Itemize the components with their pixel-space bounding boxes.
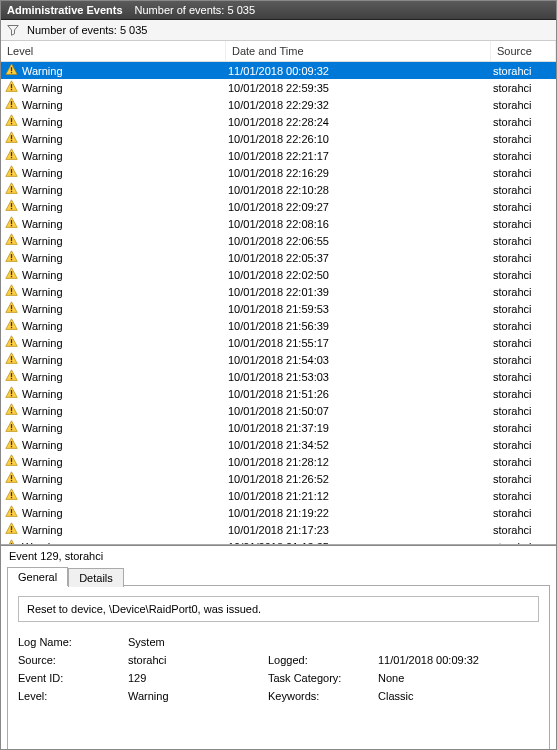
- warning-icon: [5, 318, 18, 333]
- event-row[interactable]: Warning10/01/2018 21:59:53storahci: [1, 300, 556, 317]
- cell-date: 10/01/2018 22:29:32: [228, 99, 493, 111]
- event-row[interactable]: Warning10/01/2018 21:54:03storahci: [1, 351, 556, 368]
- grid-header: Level Date and Time Source: [1, 41, 556, 62]
- event-row[interactable]: Warning10/01/2018 21:19:22storahci: [1, 504, 556, 521]
- column-header-date[interactable]: Date and Time: [226, 41, 491, 61]
- cell-level-text: Warning: [22, 133, 63, 145]
- cell-level-text: Warning: [22, 99, 63, 111]
- event-row[interactable]: Warning10/01/2018 22:16:29storahci: [1, 164, 556, 181]
- cell-source: storahci: [493, 490, 554, 502]
- event-row[interactable]: Warning10/01/2018 21:53:03storahci: [1, 368, 556, 385]
- event-row[interactable]: Warning10/01/2018 22:06:55storahci: [1, 232, 556, 249]
- event-row[interactable]: Warning10/01/2018 22:29:32storahci: [1, 96, 556, 113]
- value-log-name: System: [128, 636, 268, 648]
- cell-date: 10/01/2018 21:54:03: [228, 354, 493, 366]
- svg-rect-53: [11, 514, 12, 515]
- event-row[interactable]: Warning10/01/2018 21:17:23storahci: [1, 521, 556, 538]
- event-row[interactable]: Warning10/01/2018 21:21:12storahci: [1, 487, 556, 504]
- svg-rect-12: [11, 169, 12, 173]
- warning-icon: [5, 216, 18, 231]
- event-row[interactable]: Warning10/01/2018 22:08:16storahci: [1, 215, 556, 232]
- cell-level: Warning: [3, 471, 228, 486]
- svg-rect-26: [11, 288, 12, 292]
- cell-source: storahci: [493, 167, 554, 179]
- titlebar-title: Administrative Events: [7, 4, 123, 16]
- event-row[interactable]: Warning10/01/2018 22:21:17storahci: [1, 147, 556, 164]
- cell-level: Warning: [3, 369, 228, 384]
- event-row[interactable]: Warning11/01/2018 00:09:32storahci: [1, 62, 556, 79]
- event-row[interactable]: Warning10/01/2018 22:09:27storahci: [1, 198, 556, 215]
- cell-level: Warning: [3, 284, 228, 299]
- svg-rect-38: [11, 390, 12, 394]
- cell-source: storahci: [493, 235, 554, 247]
- event-row[interactable]: Warning10/01/2018 21:26:52storahci: [1, 470, 556, 487]
- cell-source: storahci: [493, 184, 554, 196]
- event-row[interactable]: Warning10/01/2018 21:55:17storahci: [1, 334, 556, 351]
- warning-icon: [5, 352, 18, 367]
- svg-rect-5: [11, 106, 12, 107]
- event-row[interactable]: Warning10/01/2018 22:10:28storahci: [1, 181, 556, 198]
- svg-rect-34: [11, 356, 12, 360]
- event-row[interactable]: Warning10/01/2018 21:56:39storahci: [1, 317, 556, 334]
- svg-rect-54: [11, 526, 12, 530]
- cell-level-text: Warning: [22, 303, 63, 315]
- cell-date: 10/01/2018 21:34:52: [228, 439, 493, 451]
- svg-rect-13: [11, 174, 12, 175]
- event-row[interactable]: Warning10/01/2018 22:26:10storahci: [1, 130, 556, 147]
- cell-date: 10/01/2018 21:53:03: [228, 371, 493, 383]
- cell-level-text: Warning: [22, 354, 63, 366]
- event-row[interactable]: Warning10/01/2018 22:02:50storahci: [1, 266, 556, 283]
- cell-source: storahci: [493, 133, 554, 145]
- cell-date: 10/01/2018 21:19:22: [228, 507, 493, 519]
- cell-date: 10/01/2018 21:26:52: [228, 473, 493, 485]
- cell-source: storahci: [493, 252, 554, 264]
- cell-source: storahci: [493, 524, 554, 536]
- column-header-source[interactable]: Source: [491, 41, 556, 61]
- cell-level-text: Warning: [22, 116, 63, 128]
- cell-level: Warning: [3, 63, 228, 78]
- event-row[interactable]: Warning10/01/2018 22:28:24storahci: [1, 113, 556, 130]
- event-row[interactable]: Warning10/01/2018 21:51:26storahci: [1, 385, 556, 402]
- cell-date: 11/01/2018 00:09:32: [228, 65, 493, 77]
- cell-level: Warning: [3, 97, 228, 112]
- event-row[interactable]: Warning10/01/2018 21:28:12storahci: [1, 453, 556, 470]
- event-row[interactable]: Warning10/01/2018 22:59:35storahci: [1, 79, 556, 96]
- event-grid[interactable]: Level Date and Time Source Warning11/01/…: [1, 41, 556, 545]
- cell-level-text: Warning: [22, 252, 63, 264]
- grid-body: Warning11/01/2018 00:09:32storahciWarnin…: [1, 62, 556, 545]
- svg-rect-21: [11, 242, 12, 243]
- cell-date: 10/01/2018 21:17:23: [228, 524, 493, 536]
- cell-level-text: Warning: [22, 167, 63, 179]
- event-row[interactable]: Warning10/01/2018 21:50:07storahci: [1, 402, 556, 419]
- tab-details[interactable]: Details: [68, 568, 124, 587]
- event-row[interactable]: Warning10/01/2018 21:13:35storahci: [1, 538, 556, 545]
- cell-level-text: Warning: [22, 405, 63, 417]
- cell-level-text: Warning: [22, 524, 63, 536]
- svg-rect-9: [11, 140, 12, 141]
- cell-date: 10/01/2018 22:02:50: [228, 269, 493, 281]
- cell-date: 10/01/2018 21:51:26: [228, 388, 493, 400]
- svg-rect-45: [11, 446, 12, 447]
- event-row[interactable]: Warning10/01/2018 22:01:39storahci: [1, 283, 556, 300]
- filter-icon[interactable]: [7, 24, 19, 36]
- cell-level-text: Warning: [22, 65, 63, 77]
- label-source: Source:: [18, 654, 128, 666]
- event-row[interactable]: Warning10/01/2018 21:37:19storahci: [1, 419, 556, 436]
- svg-rect-27: [11, 293, 12, 294]
- value-level: Warning: [128, 690, 268, 702]
- cell-source: storahci: [493, 150, 554, 162]
- column-header-level[interactable]: Level: [1, 41, 226, 61]
- svg-rect-15: [11, 191, 12, 192]
- event-row[interactable]: Warning10/01/2018 22:05:37storahci: [1, 249, 556, 266]
- cell-date: 10/01/2018 22:06:55: [228, 235, 493, 247]
- detail-header: Event 129, storahci: [1, 546, 556, 566]
- tab-general[interactable]: General: [7, 567, 68, 586]
- cell-level: Warning: [3, 403, 228, 418]
- warning-icon: [5, 182, 18, 197]
- event-row[interactable]: Warning10/01/2018 21:34:52storahci: [1, 436, 556, 453]
- cell-level-text: Warning: [22, 82, 63, 94]
- cell-level: Warning: [3, 165, 228, 180]
- warning-icon: [5, 471, 18, 486]
- svg-rect-43: [11, 429, 12, 430]
- cell-source: storahci: [493, 388, 554, 400]
